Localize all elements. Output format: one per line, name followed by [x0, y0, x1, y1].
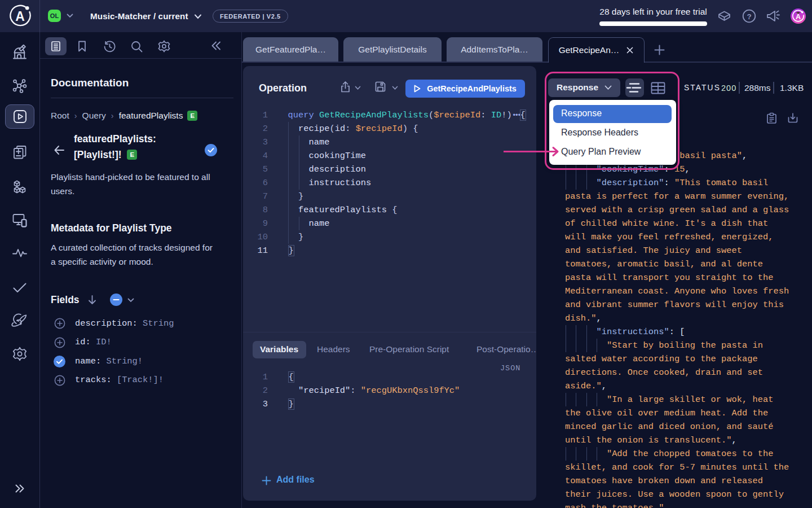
- svg-text:A: A: [796, 13, 801, 21]
- svg-text:A: A: [15, 9, 25, 24]
- svg-text:?: ?: [747, 12, 751, 21]
